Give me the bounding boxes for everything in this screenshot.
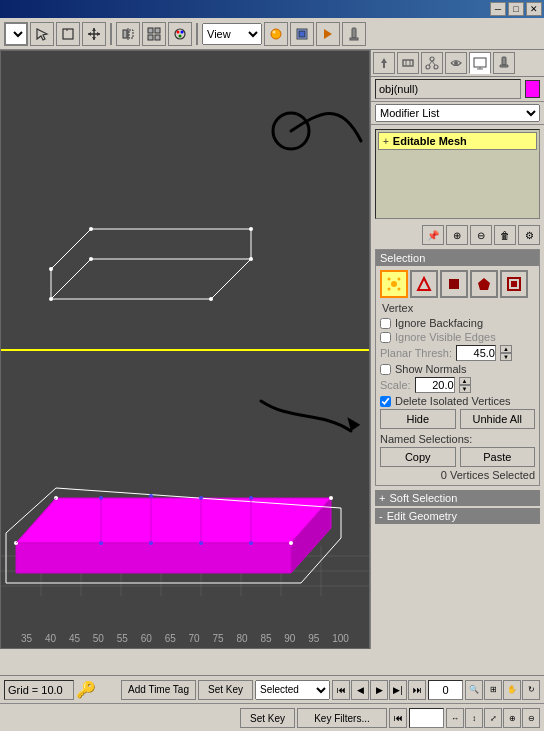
unhide-all-button[interactable]: Unhide All xyxy=(460,409,536,429)
config-btn[interactable]: ⚙ xyxy=(518,225,540,245)
soft-selection-expand: + xyxy=(379,492,385,504)
timeline-tool-5[interactable]: ⊖ xyxy=(522,708,540,728)
svg-point-77 xyxy=(430,57,434,61)
editable-mesh-item[interactable]: + Editable Mesh xyxy=(378,132,537,150)
toolbar-select[interactable] xyxy=(5,23,27,45)
tools-btn[interactable] xyxy=(342,22,366,46)
expand-btn[interactable]: ⊕ xyxy=(446,225,468,245)
object-name-row: obj(null) xyxy=(371,77,544,102)
tab-motion[interactable] xyxy=(445,52,467,74)
hide-button[interactable]: Hide xyxy=(380,409,456,429)
tab-create[interactable] xyxy=(373,52,395,74)
grid-label-35: 35 xyxy=(21,633,32,644)
panel-tabs xyxy=(371,50,544,77)
vertex-label: Vertex xyxy=(382,302,535,314)
timeline-start-btn[interactable]: ⏮ xyxy=(389,708,407,728)
render-btn[interactable] xyxy=(264,22,288,46)
selected-combo[interactable]: Selected xyxy=(255,680,330,700)
tab-hierarchy[interactable] xyxy=(421,52,443,74)
paste-button[interactable]: Paste xyxy=(460,447,536,467)
show-normals-check[interactable] xyxy=(380,364,391,375)
prev-frame-btn[interactable]: ◀ xyxy=(351,680,369,700)
copy-button[interactable]: Copy xyxy=(380,447,456,467)
timeline-tool-2[interactable]: ↕ xyxy=(465,708,483,728)
viewport-bottom[interactable]: 35 40 45 50 55 60 65 70 75 80 85 90 95 1… xyxy=(1,351,369,646)
set-key-btn[interactable]: Set Key xyxy=(198,680,253,700)
tab-modify[interactable] xyxy=(397,52,419,74)
scale-down[interactable]: ▼ xyxy=(459,385,471,393)
object-name-input[interactable]: obj(null) xyxy=(375,79,521,99)
named-selections-label: Named Selections: xyxy=(380,433,535,445)
zoom-region-btn[interactable]: ⊞ xyxy=(484,680,502,700)
material-btn[interactable] xyxy=(290,22,314,46)
move-btn[interactable] xyxy=(82,22,106,46)
planar-thresh-input[interactable]: 45.0 xyxy=(456,345,496,361)
time-field[interactable]: 0 xyxy=(428,680,463,700)
svg-point-57 xyxy=(329,496,333,500)
array-btn[interactable] xyxy=(142,22,166,46)
color-btn[interactable] xyxy=(168,22,192,46)
svg-rect-74 xyxy=(403,60,413,66)
viewport-top[interactable] xyxy=(1,51,369,351)
delete-isolated-check[interactable] xyxy=(380,396,391,407)
go-end-btn[interactable]: ⏭ xyxy=(408,680,426,700)
delete-mod-btn[interactable]: 🗑 xyxy=(494,225,516,245)
tab-utilities[interactable] xyxy=(493,52,515,74)
planar-thresh-label: Planar Thresh: xyxy=(380,347,452,359)
ignore-backfacing-check[interactable] xyxy=(380,318,391,329)
svg-point-92 xyxy=(398,288,401,291)
toolbar-combo-btn[interactable] xyxy=(4,22,28,46)
orbit-btn[interactable]: ↻ xyxy=(522,680,540,700)
next-frame-btn[interactable]: ▶| xyxy=(389,680,407,700)
play-btn[interactable]: ▶ xyxy=(370,680,388,700)
pan-btn[interactable]: ✋ xyxy=(503,680,521,700)
add-time-tag-btn[interactable]: Add Time Tag xyxy=(121,680,196,700)
svg-rect-23 xyxy=(299,31,305,37)
timeline-field[interactable] xyxy=(409,708,444,728)
grid-label-50: 50 xyxy=(93,633,104,644)
timeline-tool-1[interactable]: ↔ xyxy=(446,708,464,728)
soft-selection-header[interactable]: + Soft Selection xyxy=(375,490,540,506)
render-scene-btn[interactable] xyxy=(316,22,340,46)
select-region-btn[interactable] xyxy=(56,22,80,46)
close-button[interactable]: ✕ xyxy=(526,2,542,16)
key-filters-btn[interactable]: Key Filters... xyxy=(297,708,387,728)
svg-point-88 xyxy=(391,281,397,287)
modifier-list-dropdown[interactable]: Modifier List xyxy=(375,104,540,122)
svg-rect-14 xyxy=(148,35,153,40)
delete-isolated-row: Delete Isolated Vertices xyxy=(380,395,535,407)
maximize-button[interactable]: □ xyxy=(508,2,524,16)
tab-display[interactable] xyxy=(469,52,491,74)
svg-point-21 xyxy=(273,30,276,33)
svg-point-34 xyxy=(209,297,213,301)
timeline-tool-3[interactable]: ⤢ xyxy=(484,708,502,728)
scale-up[interactable]: ▲ xyxy=(459,377,471,385)
zoom-extents-btn[interactable]: 🔍 xyxy=(465,680,483,700)
edge-btn[interactable] xyxy=(410,270,438,298)
object-color-swatch[interactable] xyxy=(525,80,540,98)
edit-geometry-header[interactable]: - Edit Geometry xyxy=(375,508,540,524)
face-btn[interactable] xyxy=(440,270,468,298)
mirror-btn[interactable] xyxy=(116,22,140,46)
go-start-btn[interactable]: ⏮ xyxy=(332,680,350,700)
ignore-visible-edges-row: Ignore Visible Edges xyxy=(380,331,535,343)
toolbar-sep-1 xyxy=(110,23,112,45)
set-key-btn-2[interactable]: Set Key xyxy=(240,708,295,728)
select-tool-btn[interactable] xyxy=(30,22,54,46)
vertex-btn[interactable] xyxy=(380,270,408,298)
view-combo-wrapper[interactable]: View xyxy=(202,23,262,45)
timeline-tool-4[interactable]: ⊕ xyxy=(503,708,521,728)
polygon-btn[interactable] xyxy=(470,270,498,298)
viewport[interactable]: 35 40 45 50 55 60 65 70 75 80 85 90 95 1… xyxy=(0,50,370,649)
collapse-btn[interactable]: ⊖ xyxy=(470,225,492,245)
element-btn[interactable] xyxy=(500,270,528,298)
view-combo[interactable]: View xyxy=(202,23,262,45)
grid-label-75: 75 xyxy=(213,633,224,644)
planar-thresh-down[interactable]: ▼ xyxy=(500,353,512,361)
ignore-visible-edges-check[interactable] xyxy=(380,332,391,343)
minimize-button[interactable]: ─ xyxy=(490,2,506,16)
planar-thresh-up[interactable]: ▲ xyxy=(500,345,512,353)
scale-input[interactable]: 20.0 xyxy=(415,377,455,393)
pin-btn[interactable]: 📌 xyxy=(422,225,444,245)
selection-header[interactable]: Selection xyxy=(376,250,539,266)
